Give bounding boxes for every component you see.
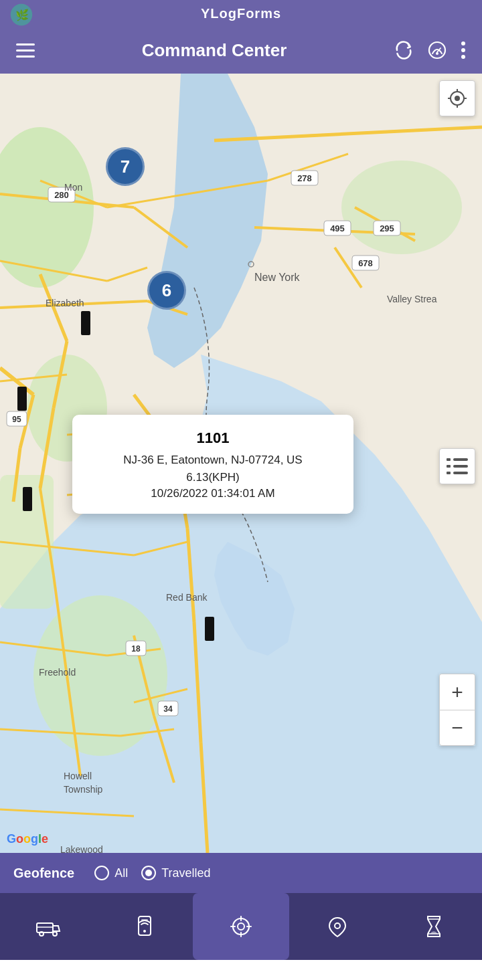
vehicle-marker-2[interactable] — [17, 387, 27, 411]
device-icon — [132, 914, 157, 939]
cluster-marker-6[interactable]: 6 — [147, 271, 186, 310]
svg-point-101 — [53, 932, 57, 936]
svg-text:🌿: 🌿 — [15, 8, 29, 22]
zoom-controls: + − — [439, 674, 475, 746]
vehicle-marker-1[interactable] — [81, 311, 90, 335]
app-bar: 🌿 YLogForms Command Center — [0, 0, 482, 74]
popup-address: NJ-36 E, Eatontown, NJ-07724, US — [88, 452, 337, 468]
geofence-bar: Geofence All Travelled — [0, 853, 482, 893]
locate-button[interactable] — [439, 80, 475, 116]
svg-point-9 — [461, 48, 465, 52]
popup-speed: 6.13(KPH) — [88, 471, 337, 484]
nav-bar: Command Center — [0, 27, 482, 74]
dashboard-button[interactable] — [423, 36, 451, 64]
popup-vehicle-id: 1101 — [88, 429, 337, 447]
tab-truck[interactable] — [0, 893, 96, 960]
tab-geofence[interactable] — [289, 893, 386, 960]
zoom-in-button[interactable]: + — [439, 674, 475, 710]
page-title: Command Center — [39, 40, 390, 61]
truck-icon — [35, 914, 61, 939]
svg-point-104 — [143, 930, 146, 933]
cluster-count-7: 7 — [120, 157, 130, 177]
more-options-button[interactable] — [457, 37, 470, 64]
svg-text:278: 278 — [297, 173, 312, 183]
svg-text:Township: Township — [64, 784, 103, 795]
svg-rect-94 — [453, 465, 468, 468]
svg-rect-98 — [447, 472, 451, 474]
geofence-travelled-radio[interactable] — [141, 866, 156, 880]
tab-history[interactable] — [386, 893, 482, 960]
geofence-label: Geofence — [13, 866, 74, 881]
svg-text:Howell: Howell — [64, 771, 92, 781]
svg-point-107 — [238, 923, 244, 930]
bottom-nav — [0, 893, 482, 960]
svg-text:495: 495 — [330, 223, 345, 233]
map-container[interactable]: 278 280 495 295 678 95 18 34 Mon New Yor… — [0, 74, 482, 853]
svg-text:Lakewood: Lakewood — [60, 844, 103, 853]
zoom-out-button[interactable]: − — [439, 710, 475, 746]
app-title: YLogForms — [201, 6, 281, 21]
svg-rect-97 — [447, 465, 451, 468]
cluster-count-6: 6 — [162, 280, 171, 301]
refresh-button[interactable] — [390, 36, 418, 64]
geofence-icon — [325, 914, 350, 939]
svg-text:295: 295 — [380, 223, 394, 233]
list-view-button[interactable] — [439, 448, 475, 484]
svg-text:95: 95 — [12, 415, 21, 424]
svg-text:18: 18 — [131, 644, 141, 654]
vehicle-info-popup: 1101 NJ-36 E, Eatontown, NJ-07724, US 6.… — [72, 415, 353, 514]
svg-rect-99 — [37, 923, 53, 933]
svg-text:Elizabeth: Elizabeth — [46, 298, 84, 308]
svg-text:Red Bank: Red Bank — [166, 592, 208, 603]
history-icon — [421, 914, 447, 939]
svg-point-8 — [461, 41, 465, 45]
svg-text:678: 678 — [358, 258, 373, 268]
command-icon — [228, 914, 254, 939]
menu-button[interactable] — [12, 37, 39, 64]
svg-rect-93 — [453, 458, 468, 461]
tab-command[interactable] — [193, 893, 289, 960]
svg-text:Valley Strea: Valley Strea — [387, 294, 437, 304]
svg-rect-4 — [16, 56, 35, 58]
geofence-all-radio[interactable] — [94, 866, 109, 880]
svg-text:Freehold: Freehold — [39, 667, 76, 678]
svg-point-100 — [39, 932, 44, 936]
svg-text:New York: New York — [254, 272, 301, 283]
svg-point-112 — [335, 923, 340, 928]
svg-rect-96 — [447, 458, 451, 461]
svg-rect-95 — [453, 472, 468, 474]
svg-text:34: 34 — [163, 704, 173, 714]
vehicle-marker-4[interactable] — [205, 617, 214, 641]
cluster-marker-7[interactable]: 7 — [106, 147, 145, 186]
geofence-all-label: All — [114, 866, 128, 880]
popup-timestamp: 10/26/2022 01:34:01 AM — [88, 487, 337, 500]
svg-point-88 — [455, 96, 460, 101]
geofence-travelled-option[interactable]: Travelled — [141, 866, 210, 880]
google-watermark: Google — [7, 832, 48, 846]
svg-rect-2 — [16, 43, 35, 45]
svg-point-10 — [461, 55, 465, 59]
svg-point-18 — [341, 161, 462, 254]
svg-text:Mon: Mon — [64, 182, 82, 193]
vehicle-marker-3[interactable] — [23, 487, 32, 511]
geofence-travelled-label: Travelled — [161, 866, 210, 880]
tab-device[interactable] — [96, 893, 193, 960]
app-logo: 🌿 — [9, 3, 33, 27]
geofence-all-option[interactable]: All — [94, 866, 128, 880]
status-bar: 🌿 YLogForms — [0, 0, 482, 27]
svg-rect-3 — [16, 50, 35, 52]
